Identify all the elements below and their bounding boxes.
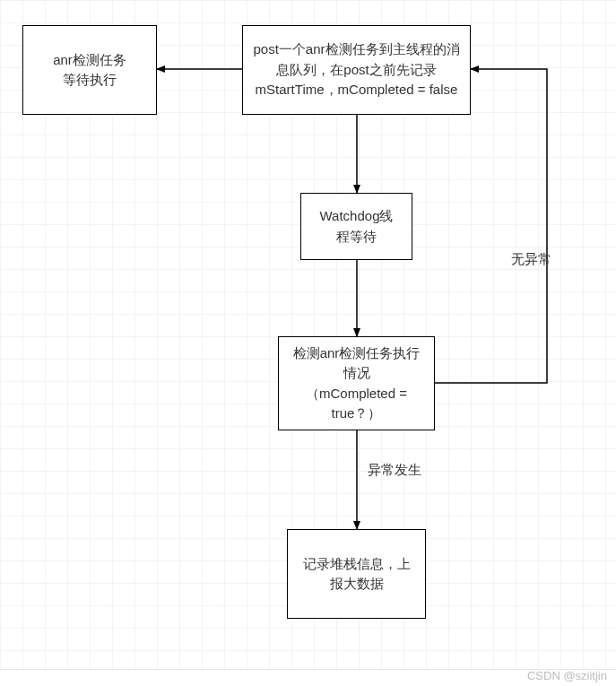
watermark: CSDN @sziitjin	[527, 669, 607, 682]
node-post-task: post一个anr检测任务到主线程的消息队列，在post之前先记录mStartT…	[242, 25, 471, 115]
edge-label-no-exception: 无异常	[511, 251, 551, 268]
node-record-stack-label: 记录堆栈信息，上报大数据	[297, 554, 416, 595]
edge-label-exception: 异常发生	[368, 462, 421, 479]
node-watchdog-wait-label: Watchdog线 程等待	[320, 206, 394, 247]
node-wait-task-label: anr检测任务 等待执行	[53, 50, 126, 91]
node-wait-task: anr检测任务 等待执行	[22, 25, 157, 115]
node-post-task-label: post一个anr检测任务到主线程的消息队列，在post之前先记录mStartT…	[252, 39, 461, 100]
node-watchdog-wait: Watchdog线 程等待	[300, 193, 412, 260]
node-record-stack: 记录堆栈信息，上报大数据	[287, 529, 426, 619]
node-check-status: 检测anr检测任务执行情况 （mCompleted = true？）	[278, 336, 435, 430]
node-check-status-label: 检测anr检测任务执行情况 （mCompleted = true？）	[288, 343, 425, 424]
